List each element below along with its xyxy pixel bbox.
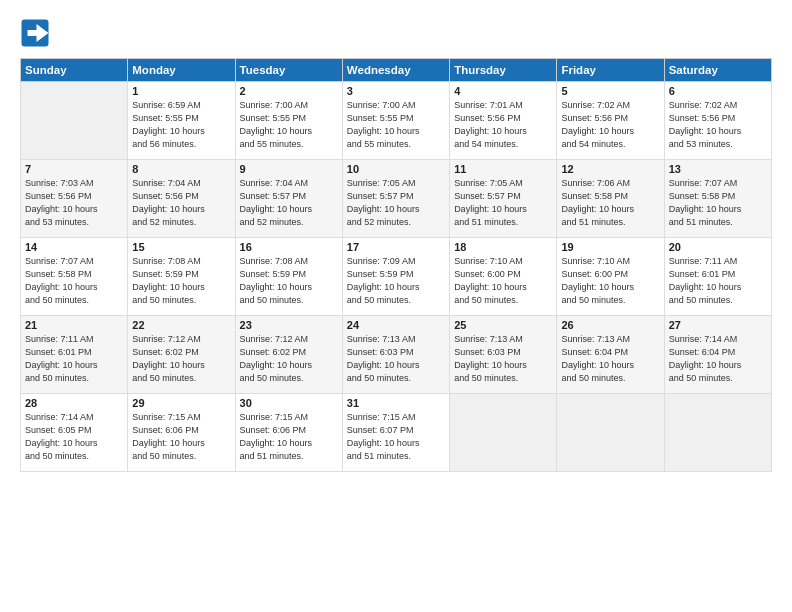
day-info: Sunrise: 7:04 AM Sunset: 5:57 PM Dayligh… bbox=[240, 177, 338, 229]
logo-icon bbox=[20, 18, 50, 48]
day-number: 5 bbox=[561, 85, 659, 97]
calendar-cell: 28Sunrise: 7:14 AM Sunset: 6:05 PM Dayli… bbox=[21, 394, 128, 472]
calendar-cell: 8Sunrise: 7:04 AM Sunset: 5:56 PM Daylig… bbox=[128, 160, 235, 238]
day-number: 17 bbox=[347, 241, 445, 253]
day-info: Sunrise: 7:00 AM Sunset: 5:55 PM Dayligh… bbox=[347, 99, 445, 151]
day-number: 29 bbox=[132, 397, 230, 409]
day-info: Sunrise: 7:00 AM Sunset: 5:55 PM Dayligh… bbox=[240, 99, 338, 151]
calendar-cell bbox=[557, 394, 664, 472]
week-row-4: 21Sunrise: 7:11 AM Sunset: 6:01 PM Dayli… bbox=[21, 316, 772, 394]
day-info: Sunrise: 7:02 AM Sunset: 5:56 PM Dayligh… bbox=[561, 99, 659, 151]
day-number: 31 bbox=[347, 397, 445, 409]
day-info: Sunrise: 7:14 AM Sunset: 6:04 PM Dayligh… bbox=[669, 333, 767, 385]
day-number: 22 bbox=[132, 319, 230, 331]
day-info: Sunrise: 7:02 AM Sunset: 5:56 PM Dayligh… bbox=[669, 99, 767, 151]
calendar-cell: 21Sunrise: 7:11 AM Sunset: 6:01 PM Dayli… bbox=[21, 316, 128, 394]
day-number: 13 bbox=[669, 163, 767, 175]
calendar-cell: 7Sunrise: 7:03 AM Sunset: 5:56 PM Daylig… bbox=[21, 160, 128, 238]
day-number: 20 bbox=[669, 241, 767, 253]
calendar-cell: 2Sunrise: 7:00 AM Sunset: 5:55 PM Daylig… bbox=[235, 82, 342, 160]
calendar-cell: 11Sunrise: 7:05 AM Sunset: 5:57 PM Dayli… bbox=[450, 160, 557, 238]
calendar-cell: 3Sunrise: 7:00 AM Sunset: 5:55 PM Daylig… bbox=[342, 82, 449, 160]
day-number: 14 bbox=[25, 241, 123, 253]
calendar-cell: 15Sunrise: 7:08 AM Sunset: 5:59 PM Dayli… bbox=[128, 238, 235, 316]
calendar-table: SundayMondayTuesdayWednesdayThursdayFrid… bbox=[20, 58, 772, 472]
calendar-cell: 26Sunrise: 7:13 AM Sunset: 6:04 PM Dayli… bbox=[557, 316, 664, 394]
calendar-cell: 1Sunrise: 6:59 AM Sunset: 5:55 PM Daylig… bbox=[128, 82, 235, 160]
weekday-header-saturday: Saturday bbox=[664, 59, 771, 82]
calendar-cell: 6Sunrise: 7:02 AM Sunset: 5:56 PM Daylig… bbox=[664, 82, 771, 160]
day-number: 1 bbox=[132, 85, 230, 97]
calendar-cell: 29Sunrise: 7:15 AM Sunset: 6:06 PM Dayli… bbox=[128, 394, 235, 472]
day-info: Sunrise: 7:05 AM Sunset: 5:57 PM Dayligh… bbox=[454, 177, 552, 229]
calendar-cell: 19Sunrise: 7:10 AM Sunset: 6:00 PM Dayli… bbox=[557, 238, 664, 316]
day-number: 6 bbox=[669, 85, 767, 97]
day-info: Sunrise: 7:15 AM Sunset: 6:07 PM Dayligh… bbox=[347, 411, 445, 463]
weekday-header-friday: Friday bbox=[557, 59, 664, 82]
calendar-cell: 20Sunrise: 7:11 AM Sunset: 6:01 PM Dayli… bbox=[664, 238, 771, 316]
day-info: Sunrise: 7:08 AM Sunset: 5:59 PM Dayligh… bbox=[132, 255, 230, 307]
day-number: 15 bbox=[132, 241, 230, 253]
day-number: 2 bbox=[240, 85, 338, 97]
calendar-cell: 27Sunrise: 7:14 AM Sunset: 6:04 PM Dayli… bbox=[664, 316, 771, 394]
calendar-cell: 22Sunrise: 7:12 AM Sunset: 6:02 PM Dayli… bbox=[128, 316, 235, 394]
day-number: 3 bbox=[347, 85, 445, 97]
day-info: Sunrise: 7:10 AM Sunset: 6:00 PM Dayligh… bbox=[454, 255, 552, 307]
day-info: Sunrise: 7:12 AM Sunset: 6:02 PM Dayligh… bbox=[240, 333, 338, 385]
day-number: 23 bbox=[240, 319, 338, 331]
day-number: 12 bbox=[561, 163, 659, 175]
week-row-2: 7Sunrise: 7:03 AM Sunset: 5:56 PM Daylig… bbox=[21, 160, 772, 238]
day-number: 28 bbox=[25, 397, 123, 409]
day-number: 4 bbox=[454, 85, 552, 97]
day-info: Sunrise: 7:15 AM Sunset: 6:06 PM Dayligh… bbox=[132, 411, 230, 463]
day-number: 21 bbox=[25, 319, 123, 331]
calendar-cell: 31Sunrise: 7:15 AM Sunset: 6:07 PM Dayli… bbox=[342, 394, 449, 472]
weekday-header-row: SundayMondayTuesdayWednesdayThursdayFrid… bbox=[21, 59, 772, 82]
calendar-cell: 13Sunrise: 7:07 AM Sunset: 5:58 PM Dayli… bbox=[664, 160, 771, 238]
day-info: Sunrise: 7:10 AM Sunset: 6:00 PM Dayligh… bbox=[561, 255, 659, 307]
calendar-cell: 30Sunrise: 7:15 AM Sunset: 6:06 PM Dayli… bbox=[235, 394, 342, 472]
day-info: Sunrise: 7:06 AM Sunset: 5:58 PM Dayligh… bbox=[561, 177, 659, 229]
header bbox=[20, 18, 772, 48]
day-number: 7 bbox=[25, 163, 123, 175]
day-number: 16 bbox=[240, 241, 338, 253]
calendar-cell: 25Sunrise: 7:13 AM Sunset: 6:03 PM Dayli… bbox=[450, 316, 557, 394]
logo bbox=[20, 18, 54, 48]
day-info: Sunrise: 7:03 AM Sunset: 5:56 PM Dayligh… bbox=[25, 177, 123, 229]
page: SundayMondayTuesdayWednesdayThursdayFrid… bbox=[0, 0, 792, 612]
day-info: Sunrise: 7:14 AM Sunset: 6:05 PM Dayligh… bbox=[25, 411, 123, 463]
calendar-cell: 16Sunrise: 7:08 AM Sunset: 5:59 PM Dayli… bbox=[235, 238, 342, 316]
calendar-cell: 18Sunrise: 7:10 AM Sunset: 6:00 PM Dayli… bbox=[450, 238, 557, 316]
day-number: 9 bbox=[240, 163, 338, 175]
calendar-cell: 23Sunrise: 7:12 AM Sunset: 6:02 PM Dayli… bbox=[235, 316, 342, 394]
day-info: Sunrise: 7:13 AM Sunset: 6:03 PM Dayligh… bbox=[347, 333, 445, 385]
calendar-cell: 4Sunrise: 7:01 AM Sunset: 5:56 PM Daylig… bbox=[450, 82, 557, 160]
week-row-1: 1Sunrise: 6:59 AM Sunset: 5:55 PM Daylig… bbox=[21, 82, 772, 160]
day-info: Sunrise: 7:13 AM Sunset: 6:03 PM Dayligh… bbox=[454, 333, 552, 385]
week-row-3: 14Sunrise: 7:07 AM Sunset: 5:58 PM Dayli… bbox=[21, 238, 772, 316]
weekday-header-tuesday: Tuesday bbox=[235, 59, 342, 82]
day-number: 18 bbox=[454, 241, 552, 253]
calendar-cell: 9Sunrise: 7:04 AM Sunset: 5:57 PM Daylig… bbox=[235, 160, 342, 238]
calendar-cell: 24Sunrise: 7:13 AM Sunset: 6:03 PM Dayli… bbox=[342, 316, 449, 394]
calendar-cell bbox=[21, 82, 128, 160]
day-info: Sunrise: 7:11 AM Sunset: 6:01 PM Dayligh… bbox=[669, 255, 767, 307]
calendar-cell bbox=[450, 394, 557, 472]
weekday-header-wednesday: Wednesday bbox=[342, 59, 449, 82]
day-info: Sunrise: 7:13 AM Sunset: 6:04 PM Dayligh… bbox=[561, 333, 659, 385]
day-info: Sunrise: 7:08 AM Sunset: 5:59 PM Dayligh… bbox=[240, 255, 338, 307]
weekday-header-sunday: Sunday bbox=[21, 59, 128, 82]
day-info: Sunrise: 6:59 AM Sunset: 5:55 PM Dayligh… bbox=[132, 99, 230, 151]
day-number: 10 bbox=[347, 163, 445, 175]
day-number: 24 bbox=[347, 319, 445, 331]
day-info: Sunrise: 7:01 AM Sunset: 5:56 PM Dayligh… bbox=[454, 99, 552, 151]
calendar-cell: 14Sunrise: 7:07 AM Sunset: 5:58 PM Dayli… bbox=[21, 238, 128, 316]
day-info: Sunrise: 7:15 AM Sunset: 6:06 PM Dayligh… bbox=[240, 411, 338, 463]
weekday-header-monday: Monday bbox=[128, 59, 235, 82]
day-number: 26 bbox=[561, 319, 659, 331]
day-info: Sunrise: 7:07 AM Sunset: 5:58 PM Dayligh… bbox=[669, 177, 767, 229]
calendar-cell: 12Sunrise: 7:06 AM Sunset: 5:58 PM Dayli… bbox=[557, 160, 664, 238]
day-number: 30 bbox=[240, 397, 338, 409]
day-info: Sunrise: 7:12 AM Sunset: 6:02 PM Dayligh… bbox=[132, 333, 230, 385]
day-info: Sunrise: 7:07 AM Sunset: 5:58 PM Dayligh… bbox=[25, 255, 123, 307]
